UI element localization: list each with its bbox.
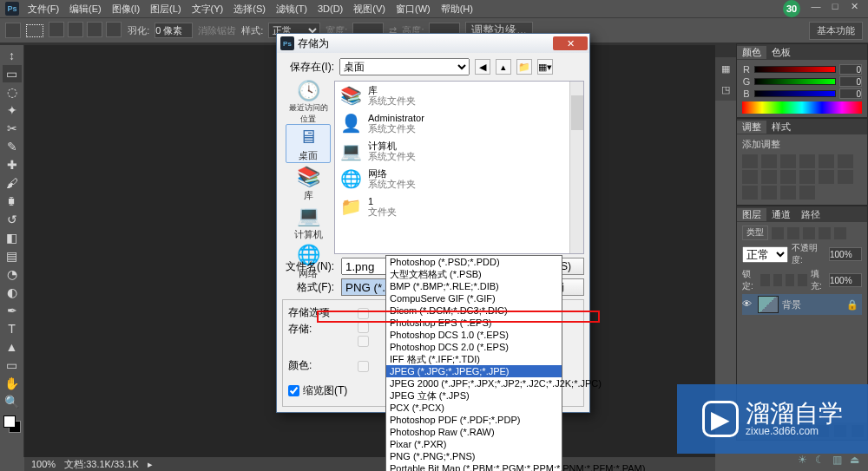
format-option[interactable]: PCX (*.PCX)	[386, 402, 562, 414]
eraser-tool[interactable]: ◧	[3, 229, 22, 246]
workspace-button[interactable]: 基本功能	[809, 22, 863, 40]
list-item[interactable]: 📚库系统文件夹	[335, 82, 583, 109]
up-button[interactable]: ▴	[496, 59, 511, 75]
filter-icon[interactable]	[819, 227, 831, 239]
menu-type[interactable]: 文字(Y)	[187, 3, 229, 16]
adj-icon[interactable]	[742, 154, 758, 168]
format-option[interactable]: Dicom (*.DCM;*.DC3;*.DIC)	[386, 304, 562, 317]
wand-tool[interactable]: ✦	[3, 101, 22, 119]
dialog-close-button[interactable]: ✕	[553, 36, 588, 50]
adj-icon[interactable]	[780, 170, 796, 184]
feather-input[interactable]	[155, 23, 193, 38]
menu-edit[interactable]: 编辑(E)	[64, 3, 107, 16]
lasso-tool[interactable]: ◌	[3, 83, 22, 101]
view-button[interactable]: ▦▾	[537, 59, 553, 75]
menu-layer[interactable]: 图层(L)	[145, 3, 186, 16]
b-slider[interactable]	[754, 90, 836, 97]
format-option[interactable]: Photoshop (*.PSD;*.PDD)	[386, 256, 562, 268]
format-option[interactable]: Portable Bit Map (*.PBM;*.PGM;*.PPM;*.PN…	[386, 462, 562, 471]
hand-tool[interactable]: ✋	[3, 375, 22, 392]
layer-thumbnail[interactable]	[758, 296, 779, 313]
adj-icon[interactable]	[780, 186, 796, 200]
blur-tool[interactable]: ◔	[3, 265, 22, 283]
maximize-button[interactable]: □	[826, 0, 844, 12]
format-option[interactable]: Photoshop DCS 2.0 (*.EPS)	[386, 341, 562, 353]
selection-new-button[interactable]	[49, 22, 64, 37]
opacity-input[interactable]	[829, 247, 862, 261]
selection-intersect-button[interactable]	[106, 22, 122, 37]
gradient-tool[interactable]: ▤	[3, 247, 22, 265]
foreground-color[interactable]	[3, 415, 16, 428]
list-item[interactable]: 👤Administrator系统文件夹	[335, 109, 583, 137]
color-swatch[interactable]	[3, 415, 22, 434]
format-option[interactable]: IFF 格式 (*.IFF;*.TDI)	[386, 353, 562, 365]
filter-icon[interactable]	[803, 227, 815, 239]
format-option[interactable]: Pixar (*.PXR)	[386, 438, 562, 450]
paths-tab[interactable]: 路径	[796, 208, 825, 221]
r-slider[interactable]	[754, 66, 836, 73]
lock-icon[interactable]	[773, 274, 782, 286]
format-option[interactable]: JPEG (*.JPG;*.JPEG;*.JPE)	[386, 365, 562, 377]
file-list[interactable]: 📚库系统文件夹 👤Administrator系统文件夹 💻计算机系统文件夹 🌐网…	[334, 81, 584, 254]
menu-file[interactable]: 文件(F)	[23, 3, 64, 16]
menu-3d[interactable]: 3D(D)	[312, 3, 348, 14]
adj-icon[interactable]	[761, 170, 777, 184]
menu-select[interactable]: 选择(S)	[228, 3, 271, 16]
thumbnail-checkbox[interactable]	[288, 385, 299, 396]
adj-icon[interactable]	[742, 170, 758, 184]
zoom-readout[interactable]: 100%	[31, 459, 56, 469]
list-item[interactable]: 🌐网络系统文件夹	[335, 165, 583, 193]
menu-window[interactable]: 窗口(W)	[391, 3, 436, 16]
swatches-tab[interactable]: 色板	[766, 46, 796, 59]
b-value[interactable]	[839, 88, 862, 99]
lock-icon[interactable]	[798, 274, 806, 286]
format-option[interactable]: Photoshop EPS (*.EPS)	[386, 317, 562, 329]
list-item[interactable]: 💻计算机系统文件夹	[335, 137, 583, 165]
adjustments-tab[interactable]: 调整	[737, 121, 766, 134]
ctrl-icon[interactable]: ▥	[830, 454, 844, 466]
adj-icon[interactable]	[838, 154, 853, 168]
selection-subtract-button[interactable]	[87, 22, 102, 37]
place-computer[interactable]: 💻计算机	[286, 204, 331, 241]
doc-size-readout[interactable]: 文档:33.1K/33.1K	[64, 458, 139, 471]
format-option[interactable]: PNG (*.PNG;*.PNS)	[386, 450, 562, 462]
new-folder-button[interactable]: 📁	[516, 59, 532, 75]
format-option[interactable]: Photoshop PDF (*.PDF;*.PDP)	[386, 414, 562, 426]
blend-mode-select[interactable]: 正常	[742, 246, 788, 263]
format-option[interactable]: 大型文档格式 (*.PSB)	[386, 268, 562, 280]
menu-filter[interactable]: 滤镜(T)	[271, 3, 312, 16]
format-option[interactable]: Photoshop Raw (*.RAW)	[386, 426, 562, 438]
ctrl-icon[interactable]: ☀	[795, 454, 809, 466]
adj-icon[interactable]	[799, 186, 815, 200]
color-tab[interactable]: 颜色	[737, 46, 766, 59]
adj-icon[interactable]	[819, 154, 834, 168]
move-tool[interactable]: ↕	[3, 47, 22, 64]
filter-icon[interactable]	[834, 227, 846, 239]
eyedropper-tool[interactable]: ✎	[3, 138, 22, 155]
lock-icon[interactable]	[786, 274, 794, 286]
spectrum-ramp[interactable]	[742, 101, 862, 114]
crop-tool[interactable]: ✂	[3, 120, 22, 137]
adj-icon[interactable]	[819, 170, 834, 184]
place-library[interactable]: 📚库	[286, 165, 331, 202]
path-select-tool[interactable]: ▲	[3, 338, 22, 356]
pen-tool[interactable]: ✒	[3, 302, 22, 319]
channels-tab[interactable]: 通道	[766, 208, 796, 221]
layers-tab[interactable]: 图层	[737, 208, 766, 221]
format-option[interactable]: JPEG 立体 (*.JPS)	[386, 389, 562, 402]
filter-icon[interactable]	[787, 227, 799, 239]
format-option[interactable]: CompuServe GIF (*.GIF)	[386, 292, 562, 304]
close-button[interactable]: ✕	[845, 0, 863, 12]
type-tool[interactable]: T	[3, 320, 22, 337]
menu-image[interactable]: 图像(I)	[107, 3, 145, 16]
menu-help[interactable]: 帮助(H)	[436, 3, 478, 16]
visibility-icon[interactable]: 👁	[742, 298, 754, 311]
selection-add-button[interactable]	[68, 22, 83, 37]
fill-input[interactable]	[829, 273, 862, 287]
adj-icon[interactable]	[799, 154, 815, 168]
brush-tool[interactable]: 🖌	[3, 174, 22, 192]
history-panel-icon[interactable]: ▦	[717, 59, 734, 78]
properties-panel-icon[interactable]: ◳	[717, 80, 734, 99]
filter-kind[interactable]: 类型	[742, 226, 768, 240]
lock-icon[interactable]	[760, 274, 769, 286]
